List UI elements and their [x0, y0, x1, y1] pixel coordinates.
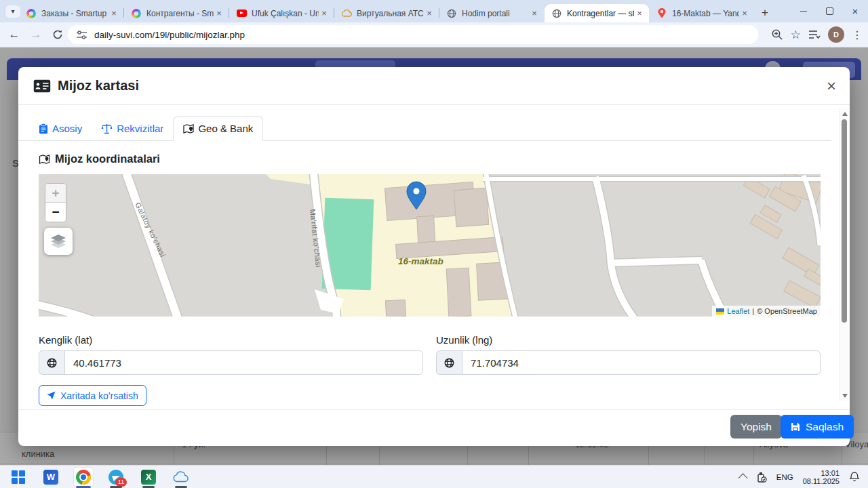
show-on-map-label: Xaritada ko'rsatish — [60, 390, 138, 401]
smartup-favicon-icon — [26, 8, 37, 19]
tray-chevron-up-icon[interactable] — [738, 473, 747, 483]
tray-time: 13:01 — [803, 469, 840, 477]
reload-button[interactable] — [49, 26, 66, 43]
browser-tab-1[interactable]: Заказы - Smartup × — [19, 4, 123, 22]
tab-close-icon[interactable]: × — [319, 8, 330, 19]
modal-tab-bar: Asosiy Rekvizitlar Geo & Bank — [18, 114, 831, 141]
layers-icon — [50, 233, 67, 249]
leaflet-map[interactable]: Galatoy ko'chasi Ma'rifat ko'chasi 16-ma… — [39, 174, 821, 317]
tab-close-icon[interactable]: × — [529, 8, 540, 19]
send-arrow-icon — [47, 391, 56, 400]
lng-input-group — [436, 350, 821, 375]
window-maximize-button[interactable] — [816, 0, 842, 22]
tab-close-icon[interactable]: × — [108, 8, 119, 19]
running-indicator — [110, 486, 122, 488]
site-settings-icon[interactable] — [76, 30, 87, 40]
lat-input[interactable] — [64, 350, 423, 375]
cloud-app-taskbar-icon[interactable] — [171, 467, 191, 487]
scrollbar-thumb[interactable] — [842, 119, 847, 323]
toolbar-right-icons: ☆ D ⋮ — [771, 25, 863, 44]
cloud-app-logo-icon — [173, 471, 189, 483]
reading-list-icon[interactable] — [808, 29, 821, 40]
usb-device-icon[interactable] — [757, 472, 767, 483]
tab-title: Контрагенты - Smar — [146, 9, 214, 18]
excel-logo-icon: X — [141, 470, 156, 485]
map-attribution: Leaflet | © OpenStreetMap — [712, 306, 821, 317]
browser-tab-active[interactable]: Kontragentlar — sta × — [545, 4, 649, 22]
tab-title: Hodim portali — [462, 9, 529, 18]
mijoz-kartasi-modal: Mijoz kartasi × Asosiy Rekvizitlar Geo &… — [18, 67, 850, 446]
close-icon: × — [852, 6, 859, 16]
poi-label-16-maktab: 16-maktab — [398, 256, 443, 266]
lat-label: Kenglik (lat) — [39, 334, 92, 346]
telegram-taskbar-icon[interactable]: 11 — [106, 467, 126, 487]
browser-tab-5[interactable]: Hodim portali × — [439, 4, 544, 22]
globe-addon-icon — [436, 350, 462, 375]
tray-date: 08.11.2025 — [803, 477, 840, 485]
chrome-taskbar-icon[interactable] — [73, 467, 94, 487]
scroll-up-icon[interactable] — [842, 112, 848, 116]
tab-search-chevron-icon[interactable]: ▾ — [5, 5, 20, 18]
tray-clock[interactable]: 13:01 08.11.2025 — [803, 469, 840, 485]
tab-label: Rekvizitlar — [117, 123, 163, 134]
browser-tab-7[interactable]: 16-Maktab — Yande × — [650, 4, 754, 22]
tab-rekvizitlar[interactable]: Rekvizitlar — [92, 117, 173, 140]
notifications-bell-icon[interactable] — [849, 471, 860, 483]
maximize-icon — [826, 7, 833, 15]
show-on-map-button[interactable]: Xaritada ko'rsatish — [39, 385, 146, 406]
map-tiles: Galatoy ko'chasi Ma'rifat ko'chasi 16-ma… — [39, 174, 821, 317]
tab-geo-bank[interactable]: Geo & Bank — [173, 116, 263, 141]
language-indicator[interactable]: ENG — [776, 473, 793, 481]
close-modal-button[interactable]: Yopish — [730, 415, 782, 439]
modal-header: Mijoz kartasi — [18, 67, 850, 105]
reload-icon — [52, 29, 63, 40]
taskbar-apps: W 11 X — [0, 467, 191, 487]
address-bar[interactable]: daily-suvi.com/19l/public/mijozlar.php — [68, 25, 758, 44]
running-indicator — [142, 486, 155, 488]
tab-close-icon[interactable]: × — [739, 8, 750, 19]
tab-label: Geo & Bank — [198, 123, 253, 134]
browser-menu-icon[interactable]: ⋮ — [852, 28, 863, 41]
excel-taskbar-icon[interactable]: X — [138, 467, 159, 487]
window-minimize-button[interactable] — [791, 0, 816, 22]
browser-tab-4[interactable]: Виртуальная АТС × — [334, 4, 439, 22]
tab-close-icon[interactable]: × — [634, 8, 645, 19]
map-layers-button[interactable] — [44, 228, 73, 255]
tab-close-icon[interactable]: × — [214, 8, 224, 19]
osm-link[interactable]: © OpenStreetMap — [757, 307, 817, 315]
browser-tab-2[interactable]: Контрагенты - Smar × — [124, 4, 229, 22]
scroll-down-icon[interactable] — [842, 394, 848, 398]
start-button[interactable] — [8, 467, 28, 487]
cloud-favicon-icon — [341, 8, 352, 19]
save-floppy-icon — [791, 422, 800, 432]
leaflet-link[interactable]: Leaflet — [727, 307, 749, 315]
profile-avatar[interactable]: D — [828, 26, 844, 43]
table-cell: клиника — [22, 449, 54, 459]
zoom-out-button[interactable]: − — [45, 203, 66, 222]
tab-title: Виртуальная АТС — [357, 9, 424, 18]
youtube-favicon-icon — [236, 8, 247, 19]
window-close-button[interactable]: × — [842, 0, 868, 22]
globe-favicon-icon — [446, 8, 457, 19]
section-title-text: Mijoz koordinatalari — [55, 152, 160, 165]
bookmark-star-icon[interactable]: ☆ — [791, 28, 801, 42]
modal-close-button[interactable]: × — [823, 78, 840, 96]
browser-tab-strip: ▾ Заказы - Smartup × Контрагенты - Smar … — [0, 0, 868, 22]
zoom-in-button[interactable]: + — [45, 184, 66, 203]
lng-input[interactable] — [462, 350, 821, 375]
tab-close-icon[interactable]: × — [424, 8, 435, 19]
browser-tab-3[interactable]: Ufuk Çalışkan - Unut × — [229, 4, 334, 22]
save-button[interactable]: Saqlash — [781, 415, 854, 439]
zoom-page-icon[interactable] — [771, 28, 783, 41]
modal-scrollbar[interactable] — [840, 108, 849, 401]
new-tab-button[interactable]: + — [757, 5, 773, 21]
tab-title: Заказы - Smartup — [41, 9, 108, 18]
chrome-logo-icon — [76, 470, 91, 485]
windows-taskbar: W 11 X ENG 13:01 08.11.2025 — [0, 465, 868, 488]
windows-logo-icon — [12, 470, 25, 484]
back-button[interactable]: ← — [5, 26, 23, 43]
forward-button[interactable]: → — [27, 26, 45, 43]
attribution-separator: | — [752, 307, 754, 315]
tab-asosiy[interactable]: Asosiy — [29, 117, 92, 140]
word-taskbar-icon[interactable]: W — [41, 467, 61, 487]
